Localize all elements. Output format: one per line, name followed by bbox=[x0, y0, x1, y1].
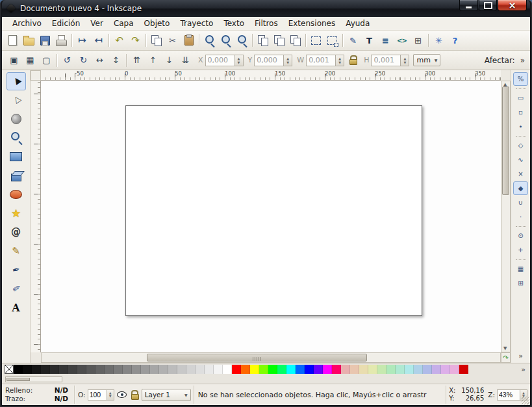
layer-lock-icon[interactable] bbox=[129, 384, 142, 405]
opacity-spinner[interactable] bbox=[107, 389, 114, 400]
zoom-page-icon[interactable] bbox=[234, 33, 250, 49]
palette-swatch[interactable] bbox=[396, 365, 405, 374]
palette-swatch[interactable] bbox=[341, 365, 350, 374]
layers-dialog-icon[interactable]: ≡ bbox=[377, 33, 394, 49]
zoom-drawing-icon[interactable] bbox=[218, 33, 234, 49]
snap-paths-icon[interactable]: ∿ bbox=[513, 153, 528, 166]
snap-page-border-icon[interactable]: ▦ bbox=[513, 262, 528, 276]
menu-filtros[interactable]: Filtros bbox=[249, 18, 283, 29]
snap-centers-icon[interactable]: ⊙ bbox=[513, 229, 528, 243]
palette-swatch[interactable] bbox=[186, 365, 196, 374]
palette-swatch[interactable] bbox=[332, 365, 341, 374]
snap-smooth-nodes-icon[interactable]: ∪ bbox=[513, 196, 528, 209]
snap-midpoints-icon[interactable]: · bbox=[513, 210, 528, 224]
palette-swatch[interactable] bbox=[323, 365, 332, 374]
zoom-selection-icon[interactable] bbox=[201, 33, 218, 49]
menu-ayuda[interactable]: Ayuda bbox=[340, 18, 375, 29]
raise-icon[interactable]: ↑ bbox=[145, 52, 161, 68]
snapbar-overflow-chevron[interactable]: » bbox=[518, 352, 523, 360]
help-icon[interactable]: ? bbox=[447, 33, 463, 49]
palette-swatch[interactable] bbox=[241, 365, 250, 374]
node-tool[interactable]: ▷ bbox=[6, 91, 26, 109]
palette-swatch[interactable] bbox=[368, 365, 377, 374]
palette-swatch[interactable] bbox=[168, 365, 177, 374]
select-all-icon[interactable]: ▣ bbox=[6, 52, 22, 68]
menu-texto[interactable]: Texto bbox=[218, 18, 249, 29]
close-button[interactable] bbox=[498, 0, 527, 11]
palette-swatch[interactable] bbox=[77, 365, 86, 374]
width-spinner[interactable] bbox=[336, 55, 344, 66]
x-input[interactable] bbox=[205, 55, 235, 66]
new-document-icon[interactable] bbox=[5, 33, 21, 49]
palette-none-swatch[interactable] bbox=[5, 365, 14, 374]
minimize-button[interactable] bbox=[459, 0, 478, 11]
calligraphy-tool[interactable]: ✐ bbox=[6, 280, 26, 298]
snap-bbox-corners-icon[interactable]: ∙ bbox=[513, 120, 528, 133]
fill-stroke-indicator[interactable]: Relleno: N/D Trazo: N/D bbox=[2, 384, 72, 405]
ellipse-tool[interactable] bbox=[6, 185, 26, 203]
palette-swatch[interactable] bbox=[86, 365, 95, 374]
palette-swatch[interactable] bbox=[123, 365, 132, 374]
palette-swatch[interactable] bbox=[150, 365, 159, 374]
rotate-ccw-icon[interactable]: ↺ bbox=[59, 52, 75, 68]
palette-swatch[interactable] bbox=[405, 365, 414, 374]
vertical-scrollbar[interactable] bbox=[501, 81, 511, 352]
palette-scrollbar-thumb[interactable] bbox=[6, 378, 30, 381]
snap-nodes-icon[interactable]: ◇ bbox=[513, 138, 528, 152]
open-document-icon[interactable] bbox=[21, 33, 37, 49]
titlebar[interactable]: Documento nuevo 4 - Inkscape bbox=[2, 0, 530, 17]
snap-bbox-icon[interactable]: ▭ bbox=[513, 91, 528, 105]
palette-swatch[interactable] bbox=[459, 365, 468, 374]
toolbar-overflow-chevron[interactable]: » bbox=[520, 56, 525, 65]
cut-icon[interactable]: ✂ bbox=[164, 33, 181, 49]
menu-trayecto[interactable]: Trayecto bbox=[175, 18, 218, 29]
scroll-corner-arrow-icon[interactable]: ↷ bbox=[501, 352, 511, 363]
width-input[interactable] bbox=[306, 55, 336, 66]
palette-swatch[interactable] bbox=[14, 365, 23, 374]
export-icon[interactable]: ↤ bbox=[90, 33, 107, 49]
snap-enable-icon[interactable]: % bbox=[513, 72, 528, 86]
palette-swatch[interactable] bbox=[250, 365, 259, 374]
undo-icon[interactable]: ↶ bbox=[111, 33, 127, 49]
palette-swatch[interactable] bbox=[105, 365, 114, 374]
palette-swatch[interactable] bbox=[214, 365, 223, 374]
pencil-tool[interactable]: ✎ bbox=[6, 242, 26, 260]
palette-swatch[interactable] bbox=[305, 365, 314, 374]
palette-scrollbar[interactable] bbox=[5, 376, 62, 382]
menu-archivo[interactable]: Archivo bbox=[7, 18, 47, 29]
fill-stroke-dialog-icon[interactable]: ✎ bbox=[345, 33, 361, 49]
flip-vertical-icon[interactable]: ↕ bbox=[108, 52, 124, 68]
palette-swatch[interactable] bbox=[268, 365, 277, 374]
horizontal-scrollbar[interactable] bbox=[41, 352, 501, 363]
palette-swatch[interactable] bbox=[23, 365, 32, 374]
palette-swatch[interactable] bbox=[159, 365, 168, 374]
layer-dropdown[interactable]: Layer 1 bbox=[142, 389, 191, 401]
snap-rotation-centers-icon[interactable]: + bbox=[513, 243, 528, 257]
vertical-ruler[interactable] bbox=[31, 81, 41, 352]
import-icon[interactable]: ↦ bbox=[74, 33, 90, 49]
palette-swatch[interactable] bbox=[114, 365, 123, 374]
rotate-cw-icon[interactable]: ↻ bbox=[75, 52, 92, 68]
palette-swatch[interactable] bbox=[259, 365, 268, 374]
palette-swatch[interactable] bbox=[450, 365, 459, 374]
palette-swatch[interactable] bbox=[196, 365, 205, 374]
palette-swatch[interactable] bbox=[377, 365, 386, 374]
palette-swatch[interactable] bbox=[32, 365, 41, 374]
horizontal-scrollbar-thumb[interactable] bbox=[147, 354, 367, 361]
bezier-tool[interactable]: ✒ bbox=[6, 261, 26, 279]
units-dropdown[interactable]: mm bbox=[413, 54, 440, 66]
spiral-tool[interactable]: @ bbox=[6, 223, 26, 241]
print-icon[interactable] bbox=[53, 33, 70, 49]
menu-edición[interactable]: Edición bbox=[47, 18, 85, 29]
horizontal-ruler[interactable]: -50050100150200250300350 bbox=[41, 70, 501, 81]
zoom-tool[interactable] bbox=[6, 129, 26, 147]
duplicate-icon[interactable] bbox=[255, 33, 271, 49]
ungroup-icon[interactable] bbox=[324, 33, 340, 49]
palette-swatch[interactable] bbox=[59, 365, 68, 374]
palette-swatch[interactable] bbox=[350, 365, 359, 374]
snap-bbox-edges-icon[interactable]: ▫ bbox=[513, 105, 528, 119]
align-dialog-icon[interactable]: ⊞ bbox=[410, 33, 426, 49]
palette-swatch[interactable] bbox=[314, 365, 323, 374]
layer-visibility-eye-icon[interactable] bbox=[116, 384, 129, 405]
vertical-scrollbar-thumb[interactable] bbox=[502, 86, 509, 194]
